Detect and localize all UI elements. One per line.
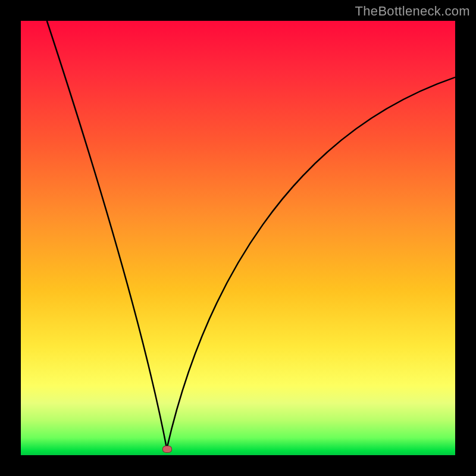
watermark-text: TheBottleneck.com [355, 4, 470, 19]
optimum-marker [162, 446, 172, 453]
plot-area [21, 21, 455, 455]
chart-frame: TheBottleneck.com [0, 0, 476, 476]
curve-left-branch [47, 21, 167, 449]
curve-right-branch [167, 77, 455, 449]
bottleneck-curve [21, 21, 455, 455]
